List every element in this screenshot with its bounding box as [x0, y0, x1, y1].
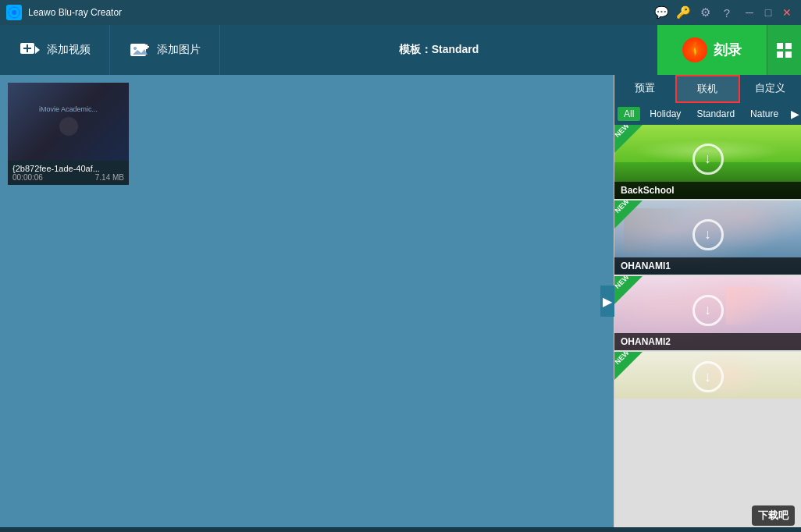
video-info: {2b872fee-1ade-40af... 00:00:06 7.14 MB	[8, 161, 129, 185]
app-icon	[6, 5, 22, 20]
template-backschool[interactable]: NEW ↓ BackSchool	[614, 125, 801, 199]
template-label-backschool: BackSchool	[614, 182, 801, 199]
window-controls: ─ □ ✕	[742, 5, 795, 20]
template-ohanami1[interactable]: NEW ↓ OHANAMI1	[614, 200, 801, 275]
toolbar: 添加视频 添加图片 模板：Standard 刻录	[0, 25, 801, 75]
template-ohanami2[interactable]: NEW ↓ OHANAMI2	[614, 276, 801, 350]
download-icon-4[interactable]: ↓	[692, 361, 724, 392]
template-thumb-4: NEW ↓	[614, 352, 801, 399]
chat-icon[interactable]: 💬	[653, 4, 670, 21]
app-title: Leawo Blu-ray Creator	[28, 7, 646, 18]
video-thumb-inner: iMovie Academic...	[8, 83, 129, 161]
burn-area: 刻录	[657, 25, 801, 75]
video-grid: iMovie Academic... {2b872fee-1ade-40af..…	[0, 75, 614, 193]
filter-standard[interactable]: Standard	[690, 107, 741, 121]
title-icons: 💬 🔑 ⚙ ?	[653, 4, 735, 21]
add-image-label: 添加图片	[157, 43, 201, 57]
settings-icon[interactable]: ⚙	[696, 4, 714, 21]
add-image-button[interactable]: 添加图片	[110, 25, 220, 75]
burn-icon	[682, 37, 707, 62]
filter-tabs: All Holiday Standard Nature ▶	[614, 103, 801, 125]
maximize-button[interactable]: □	[760, 5, 776, 20]
svg-marker-3	[35, 46, 40, 54]
title-bar: Leawo Blu-ray Creator 💬 🔑 ⚙ ? ─ □ ✕	[0, 0, 801, 25]
left-panel: iMovie Academic... {2b872fee-1ade-40af..…	[0, 75, 614, 527]
template-label: 模板：	[399, 43, 432, 55]
template-label-ohanami2: OHANAMI2	[614, 333, 801, 350]
right-panel: 预置 联机 自定义 All Holiday Standard Nature ▶	[614, 75, 801, 527]
template-label-ohanami1: OHANAMI1	[614, 257, 801, 275]
layout-icon	[777, 43, 792, 58]
download-icon-backschool[interactable]: ↓	[692, 144, 724, 175]
bottom-bar: DVD-5 DVD-9 BD-25 ▼ 适配碟片容量 ▼ 16:9 4:3 ▼ …	[0, 527, 801, 532]
add-video-icon	[19, 39, 41, 61]
tab-online[interactable]: 联机	[675, 75, 739, 103]
template-item-4[interactable]: NEW ↓	[614, 352, 801, 399]
help-icon[interactable]: ?	[718, 4, 735, 21]
key-icon[interactable]: 🔑	[675, 4, 692, 21]
close-button[interactable]: ✕	[779, 5, 795, 20]
minimize-button[interactable]: ─	[742, 5, 757, 20]
video-duration: 00:00:06	[12, 173, 43, 182]
svg-point-1	[12, 10, 16, 15]
video-meta: 00:00:06 7.14 MB	[12, 173, 124, 182]
filter-holiday[interactable]: Holiday	[643, 107, 687, 121]
burn-button[interactable]: 刻录	[657, 25, 767, 75]
add-video-button[interactable]: 添加视频	[0, 25, 110, 75]
add-video-label: 添加视频	[47, 43, 91, 57]
video-thumbnail: iMovie Academic...	[8, 83, 129, 161]
add-image-icon	[129, 39, 151, 61]
template-selector[interactable]: 模板：Standard	[220, 43, 657, 57]
video-name: {2b872fee-1ade-40af...	[12, 164, 124, 173]
video-item[interactable]: iMovie Academic... {2b872fee-1ade-40af..…	[8, 83, 129, 185]
download-icon-ohanami1[interactable]: ↓	[692, 219, 724, 250]
main-area: iMovie Academic... {2b872fee-1ade-40af..…	[0, 75, 801, 527]
right-panel-tabs: 预置 联机 自定义	[614, 75, 801, 103]
filter-all[interactable]: All	[618, 107, 640, 121]
template-list: NEW ↓ BackSchool NEW ↓ OHANAMI1	[614, 125, 801, 527]
download-icon-ohanami2[interactable]: ↓	[692, 295, 724, 326]
svg-point-7	[134, 47, 137, 50]
filter-nature[interactable]: Nature	[744, 107, 785, 121]
burn-label: 刻录	[714, 41, 742, 59]
template-value: Standard	[432, 43, 479, 55]
tab-preset[interactable]: 预置	[614, 75, 675, 103]
filter-scroll-right[interactable]: ▶	[788, 108, 801, 120]
collapse-panel-button[interactable]: ▶	[600, 286, 614, 317]
video-size: 7.14 MB	[95, 173, 124, 182]
layout-button[interactable]	[767, 25, 801, 75]
tab-custom[interactable]: 自定义	[740, 75, 801, 103]
